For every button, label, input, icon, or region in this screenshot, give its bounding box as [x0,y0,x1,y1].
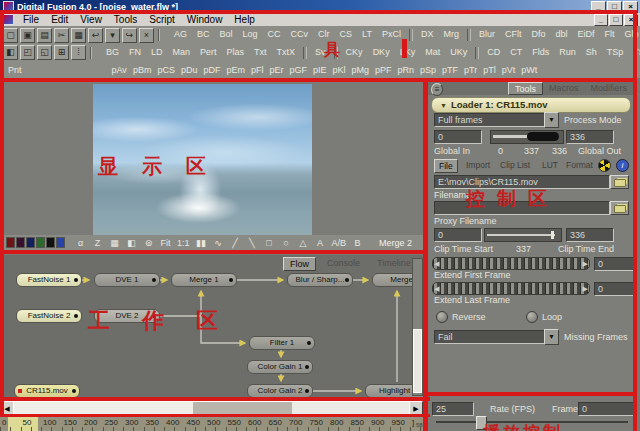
scrollbar-thumb[interactable] [13,401,412,416]
flow-node[interactable]: DVE 2 [94,309,160,323]
flow-node[interactable]: Color Gain 2 [247,384,313,398]
filename-field[interactable]: E:\mov\Clips\CR115.mov [434,175,610,189]
color-swatch[interactable] [16,237,25,248]
circle-mask-icon[interactable]: ○ [279,238,294,248]
rect-mask-icon[interactable]: □ [262,238,277,248]
collapse-icon[interactable]: ▼ [440,99,447,113]
backslash-guide-icon[interactable]: ╲ [245,238,260,248]
wheel-right-icon[interactable]: ▶ [583,258,588,269]
extend-first-field[interactable]: 0 [594,257,634,271]
color-wheel-icon[interactable]: ⊚ [141,238,156,248]
paint-tool-button[interactable]: pCS [154,65,178,75]
color-picker-icon[interactable]: ◧ [124,238,139,248]
alpha-channel-icon[interactable]: α [73,238,88,248]
view-a-icon[interactable]: A [313,238,328,248]
tool-button[interactable]: Run [554,47,581,59]
flow-node[interactable]: Filter 1 [249,336,315,350]
fit-button[interactable]: Fit [158,238,173,248]
paint-tool-button[interactable]: pTr [461,65,480,75]
one-to-one-icon[interactable]: 1:1 [175,238,192,248]
paint-tool-button[interactable]: pVt [499,65,519,75]
wheel-right-icon[interactable]: ▶ [583,283,588,294]
radiation-icon[interactable] [598,159,611,172]
tool-button[interactable]: AG [169,29,192,41]
rgb-view-icon[interactable]: ▦ [107,238,122,248]
tool-button[interactable]: Flt [600,29,620,41]
color-swatch[interactable] [46,237,55,248]
menu-item[interactable]: View [74,14,108,25]
view-ab-icon[interactable]: A/B [330,238,349,248]
paint-tool-button[interactable]: pAv [109,65,130,75]
flow-vertical-scrollbar[interactable] [412,258,423,396]
save-file-icon[interactable]: ▤ [37,28,52,43]
undo-icon[interactable]: ↩ [88,28,103,43]
tool-button[interactable]: DKy [368,47,395,59]
color-swatch[interactable] [56,237,65,248]
scroll-left-icon[interactable]: ◀ [0,401,14,416]
menu-item[interactable]: Help [228,14,261,25]
layout-grid-icon[interactable]: ⊞ [54,45,69,60]
mdi-minimize-button[interactable]: _ [594,14,608,26]
time-slider-handle[interactable] [476,416,487,430]
inspector-tab[interactable]: Modifiers [584,82,633,95]
tool-button[interactable]: FN [124,47,146,59]
tool-button[interactable]: Plas [222,47,250,59]
tool-button[interactable]: Clr [313,29,335,41]
tool-button[interactable]: Bol [215,29,238,41]
paint-tool-button[interactable]: pRn [395,65,418,75]
flow-area[interactable]: FlowConsoleTimelineSpline FastNoise 1DVE… [4,255,423,397]
tool-button[interactable]: Pert [195,47,222,59]
color-swatch[interactable] [36,237,45,248]
open-file-icon[interactable]: ▣ [20,28,35,43]
flow-node[interactable]: Blur / Sharp... [287,273,353,287]
info-icon[interactable]: i [616,159,629,172]
tool-button[interactable]: Blur [474,29,500,41]
flow-tab[interactable]: Console [321,257,366,271]
flow-node[interactable]: FastNoise 1 [16,273,82,287]
global-out-field[interactable]: 336 [566,130,614,144]
tool-button[interactable]: LT [357,29,377,41]
extend-last-thumbwheel[interactable]: ◀ ▶ [432,282,590,295]
viewer-area[interactable]: αZ▦◧⊚Fit1:1▮▮∿╱╲□○△AA/BB Merge 2 [4,82,423,250]
chevron-down-icon[interactable]: ▼ [544,329,559,345]
tool-button[interactable]: dbl [551,29,573,41]
flow-node[interactable]: FastNoise 2 [16,309,82,323]
redo-icon[interactable]: ↪ [122,28,137,43]
browse-folder-icon[interactable] [610,175,629,189]
delete-icon[interactable]: × [139,28,154,43]
paint-tool-button[interactable]: pEr [266,65,286,75]
tab-clip-list[interactable]: Clip List [496,159,534,171]
flow-horizontal-scrollbar[interactable]: ◀ ▶ [0,401,423,414]
layout-toggle-icon[interactable]: ⁞ [71,45,86,60]
inspector-tab[interactable]: Tools [508,82,543,95]
tool-button[interactable]: Flds [527,47,554,59]
fps-field[interactable]: 25 [432,402,474,416]
tool-button[interactable]: Sv [310,47,331,59]
timeline-ruler[interactable]: 0501001502002503003504004505005506006507… [0,417,423,431]
undo-dropdown-icon[interactable]: ▾ [105,28,120,43]
clip-end-field[interactable]: 336 [566,228,614,242]
tool-button[interactable]: CS [335,29,358,41]
extend-first-thumbwheel[interactable]: ◀ ▶ [432,257,590,270]
tool-button[interactable]: Sh [581,47,602,59]
browse-proxy-folder-icon[interactable] [610,201,629,215]
menu-item[interactable]: File [17,14,45,25]
paint-tool-button[interactable]: pFl [248,65,267,75]
view-b-icon[interactable]: B [350,238,365,248]
tool-button[interactable]: Txt [249,47,272,59]
flow-node[interactable]: Merge 1 [171,273,237,287]
flow-node[interactable]: CR115.mov [14,384,80,398]
cut-icon[interactable]: ✂ [54,28,69,43]
paint-tool-button[interactable]: pTF [439,65,461,75]
tool-button[interactable]: PxCl [377,29,406,41]
tool-button[interactable]: CT [505,47,527,59]
tool-button[interactable]: TSp [602,47,629,59]
paint-tool-button[interactable]: pWt [518,65,540,75]
tool-button[interactable]: UKy [445,47,472,59]
flow-tab[interactable]: Timeline [371,257,417,271]
tab-import[interactable]: Import [462,159,494,171]
menu-item[interactable]: Script [143,14,181,25]
paint-tool-button[interactable]: pGF [286,65,310,75]
tab-lut[interactable]: LUT [538,159,562,171]
layout-quad-icon[interactable]: ◰ [20,45,35,60]
